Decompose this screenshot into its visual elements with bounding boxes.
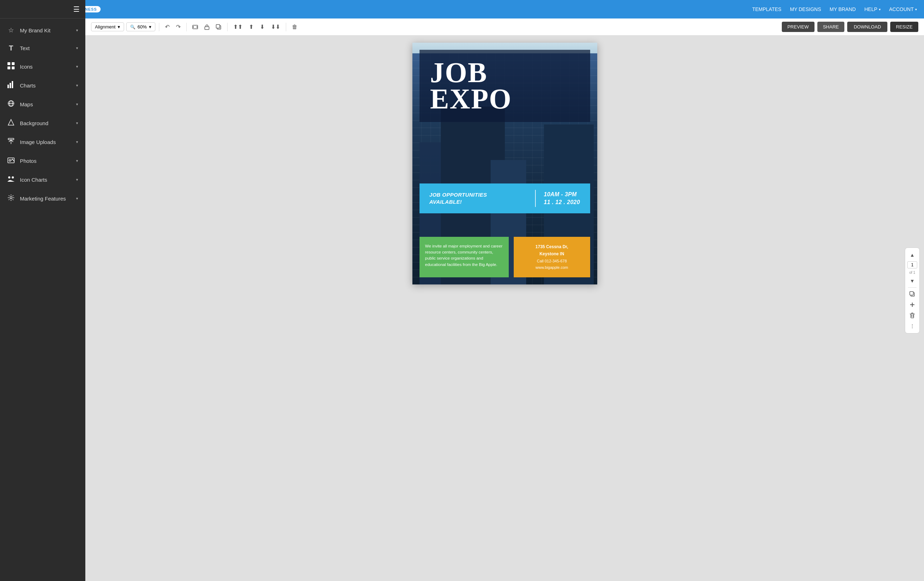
delete-button[interactable]: 🗑 (290, 22, 300, 31)
nav-templates[interactable]: TEMPLATES (752, 7, 781, 12)
poster-title: JOB EXPO (430, 60, 579, 112)
toolbar-divider-1 (159, 23, 159, 31)
svg-rect-6 (12, 81, 13, 88)
svg-rect-1 (12, 62, 15, 65)
poster-website: www.bigapple.com (520, 264, 584, 271)
image-uploads-chevron-icon: ▾ (76, 140, 78, 144)
poster-phone: Call 012-345-678 (520, 258, 584, 264)
nav-help[interactable]: HELP ▾ (864, 7, 881, 12)
toolbar-divider-2 (186, 23, 186, 31)
page-controls-divider (908, 287, 917, 288)
svg-rect-31 (910, 292, 913, 295)
svg-point-15 (8, 177, 10, 178)
alignment-chevron-icon: ▾ (118, 24, 120, 30)
charts-chevron-icon: ▾ (76, 83, 78, 88)
top-navigation: ◷ VENNGAGE BUSINESS TEMPLATES MY DESIGNS… (0, 0, 924, 18)
sidebar-item-photos[interactable]: Photos ▾ (0, 152, 85, 170)
toolbar-left: Alignment ▾ 🔍 60% ▾ ↶ ↷ ⬆⬆ ⬆ ⬇ ⬇⬇ 🗑 (91, 22, 300, 31)
zoom-dropdown[interactable]: 🔍 60% ▾ (126, 22, 155, 31)
nav-my-brand[interactable]: MY BRAND (830, 7, 856, 12)
svg-rect-4 (7, 85, 9, 88)
maps-icon (7, 100, 15, 109)
account-chevron-icon: ▾ (915, 7, 917, 12)
sidebar-item-maps[interactable]: Maps ▾ (0, 95, 85, 114)
svg-rect-3 (12, 66, 15, 69)
more-options-button[interactable]: ⋮ (908, 322, 916, 330)
poster-title-line1: JOB (430, 60, 579, 86)
sidebar-item-charts[interactable]: Charts ▾ (0, 76, 85, 95)
hamburger-menu-icon[interactable]: ☰ (73, 5, 80, 13)
zoom-label: 60% (138, 24, 147, 30)
bring-to-front-button[interactable]: ⬆⬆ (231, 22, 244, 31)
delete-page-button[interactable] (908, 311, 916, 320)
nav-my-designs[interactable]: MY DESIGNS (790, 7, 821, 12)
photos-icon (7, 157, 15, 165)
bring-forward-button[interactable]: ⬆ (247, 22, 256, 31)
page-controls: ▲ 1 of 1 ▼ ⋮ (905, 248, 920, 333)
page-up-button[interactable]: ▲ (908, 251, 916, 259)
poster[interactable]: JOB EXPO JOB OPPORTUNITIESAVAILABLE! 10A… (412, 43, 597, 284)
svg-rect-27 (205, 26, 209, 30)
sidebar-item-icons[interactable]: Icons ▾ (0, 57, 85, 76)
svg-rect-12 (8, 138, 14, 140)
sidebar-header: ☰ (0, 0, 85, 18)
resize-button[interactable]: RESIZE (890, 22, 918, 32)
embed-button[interactable] (190, 23, 200, 31)
poster-wrapper: JOB EXPO JOB OPPORTUNITIESAVAILABLE! 10A… (412, 43, 597, 284)
alignment-label: Alignment (95, 24, 116, 30)
poster-time: 10AM - 3PM (544, 191, 580, 198)
svg-marker-10 (8, 119, 14, 125)
share-button[interactable]: SHARE (817, 22, 845, 32)
brand-kit-chevron-icon: ▾ (76, 28, 78, 33)
marketing-features-chevron-icon: ▾ (76, 196, 78, 201)
sidebar-items: ☆ My Brand Kit ▾ T Text ▾ Icons ▾ (0, 18, 85, 581)
svg-point-17 (10, 196, 12, 199)
sidebar-item-image-uploads[interactable]: Image Uploads ▾ (0, 133, 85, 152)
send-to-back-button[interactable]: ⬇⬇ (269, 22, 282, 31)
marketing-features-icon (7, 194, 15, 203)
preview-button[interactable]: PREVIEW (782, 22, 815, 32)
copy-page-button[interactable] (908, 290, 917, 298)
text-icon: T (7, 44, 15, 52)
download-button[interactable]: DOWNLOAD (847, 22, 888, 32)
icons-icon (7, 62, 15, 71)
lock-button[interactable] (202, 23, 211, 31)
poster-green-card: We invite all major employment and caree… (419, 237, 509, 277)
action-buttons: PREVIEW SHARE DOWNLOAD RESIZE (776, 18, 924, 36)
svg-point-14 (9, 160, 11, 162)
send-backward-button[interactable]: ⬇ (258, 22, 267, 31)
svg-rect-2 (7, 66, 10, 69)
photos-chevron-icon: ▾ (76, 158, 78, 163)
help-chevron-icon: ▾ (879, 7, 881, 12)
poster-address: 1735 Cessna Dr,Keystone IN (520, 243, 584, 258)
zoom-chevron-icon: ▾ (149, 24, 152, 30)
poster-orange-card: 1735 Cessna Dr,Keystone IN Call 012-345-… (514, 237, 590, 277)
page-of-label: of 1 (909, 271, 916, 274)
svg-line-22 (9, 196, 10, 196)
svg-line-24 (13, 196, 13, 196)
undo-button[interactable]: ↶ (163, 22, 172, 31)
svg-rect-5 (10, 83, 11, 88)
sidebar-item-icon-charts[interactable]: Icon Charts ▾ (0, 170, 85, 189)
poster-info-left: JOB OPPORTUNITIESAVAILABLE! (429, 191, 528, 206)
brand-kit-icon: ☆ (7, 26, 15, 34)
page-down-button[interactable]: ▼ (908, 277, 916, 285)
background-icon (7, 119, 15, 128)
search-icon: 🔍 (130, 25, 135, 30)
nav-account[interactable]: ACCOUNT ▾ (889, 7, 917, 12)
svg-rect-26 (193, 25, 198, 29)
sidebar-item-background[interactable]: Background ▾ (0, 114, 85, 133)
sidebar-item-my-brand-kit[interactable]: ☆ My Brand Kit ▾ (0, 21, 85, 39)
sidebar-item-marketing-features[interactable]: Marketing Features ▾ (0, 189, 85, 208)
duplicate-button[interactable] (214, 23, 224, 31)
svg-rect-0 (7, 62, 10, 65)
page-number-input[interactable]: 1 (907, 261, 917, 269)
add-page-button[interactable] (908, 300, 917, 309)
redo-button[interactable]: ↷ (174, 22, 183, 31)
poster-bottom-cards: We invite all major employment and caree… (419, 237, 590, 277)
alignment-dropdown[interactable]: Alignment ▾ (91, 22, 124, 31)
poster-green-card-text: We invite all major employment and caree… (425, 244, 503, 267)
info-divider (535, 190, 536, 207)
svg-rect-29 (216, 25, 220, 28)
sidebar-item-text[interactable]: T Text ▾ (0, 39, 85, 57)
